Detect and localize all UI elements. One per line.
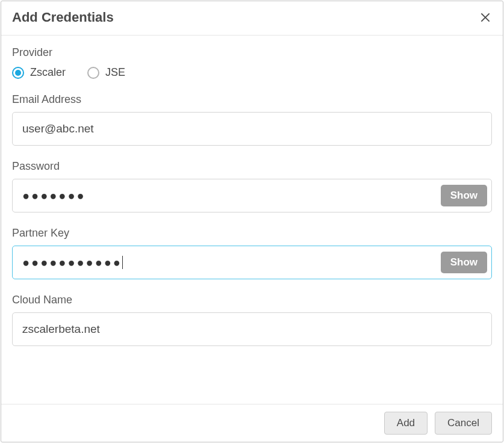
provider-field: Provider Zscaler JSE (12, 46, 492, 79)
partner-key-masked: ●●●●●●●●●●● (22, 256, 122, 270)
cloud-name-input[interactable] (12, 312, 492, 346)
cancel-button[interactable]: Cancel (435, 412, 492, 435)
password-label: Password (12, 160, 492, 173)
add-button[interactable]: Add (384, 412, 428, 435)
dialog-header: Add Credentials (1, 1, 503, 36)
provider-radio-zscaler[interactable]: Zscaler (12, 66, 66, 79)
partner-key-field-group: Partner Key ●●●●●●●●●●● Show (12, 227, 492, 279)
cloud-name-label: Cloud Name (12, 294, 492, 306)
cloud-name-field-group: Cloud Name (12, 294, 492, 346)
email-label: Email Address (12, 93, 492, 106)
email-field-group: Email Address (12, 93, 492, 146)
dialog-footer: Add Cancel (1, 404, 503, 442)
password-input[interactable]: ●●●●●●● (12, 179, 492, 212)
dialog-body: Provider Zscaler JSE Email Address Passw… (1, 36, 503, 404)
close-icon[interactable] (479, 11, 492, 24)
provider-radio-jse[interactable]: JSE (87, 66, 125, 79)
partner-key-input[interactable]: ●●●●●●●●●●● (12, 246, 492, 279)
partner-key-label: Partner Key (12, 227, 492, 240)
provider-radio-group: Zscaler JSE (12, 66, 492, 79)
email-input[interactable] (12, 112, 492, 146)
radio-label: Zscaler (30, 66, 66, 79)
partner-key-show-button[interactable]: Show (441, 252, 487, 273)
dialog-title: Add Credentials (12, 10, 114, 25)
provider-label: Provider (12, 46, 492, 59)
radio-icon (12, 67, 24, 79)
password-show-button[interactable]: Show (441, 185, 487, 206)
radio-icon (87, 67, 99, 79)
add-credentials-dialog: Add Credentials Provider Zscaler JSE Ema… (1, 1, 503, 442)
password-field-group: Password ●●●●●●● Show (12, 160, 492, 212)
radio-label: JSE (105, 66, 125, 79)
password-masked: ●●●●●●● (22, 189, 86, 203)
text-caret (122, 256, 123, 269)
